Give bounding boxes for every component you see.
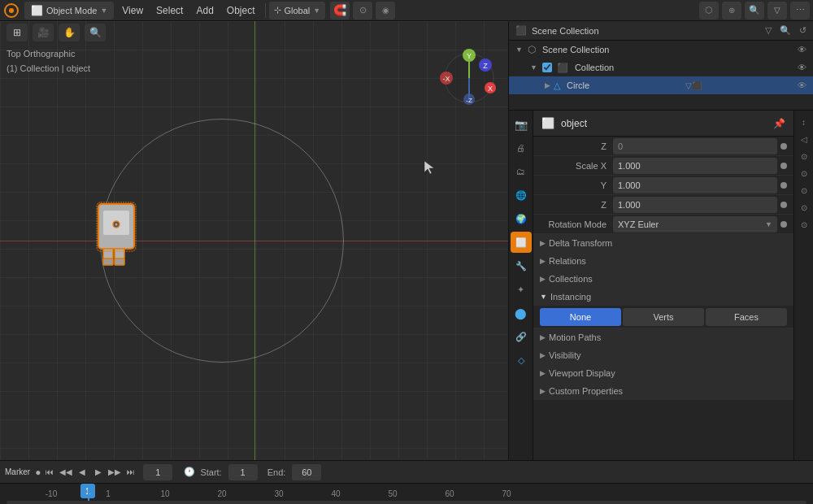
rotation-mode-label: Rotation Mode [540,219,613,229]
prop-right-pin[interactable]: ↕ [796,114,812,130]
prev-keyframe-btn[interactable]: ◀◀ [59,465,73,480]
end-frame-field[interactable]: 60 [292,464,321,480]
scrubber-bar[interactable]: 1 -10 1 10 20 30 40 50 60 70 [0,483,813,504]
section-delta-transform[interactable]: ▶ Delta Transform [533,234,793,252]
svg-rect-8 [103,259,113,265]
scale-z-field[interactable]: 1.000 [613,197,777,213]
scene-icon: ⬡ [528,44,536,55]
editor-type-btn[interactable]: ⋯ [790,2,810,20]
location-z-row: Z 0 [533,137,793,156]
prop-tab-scene[interactable]: 🌐 [511,185,532,206]
scale-z-keyframe-dot[interactable] [780,202,787,208]
step-forward-btn[interactable]: ▶▶ [107,465,122,480]
circle-arrow: ▶ [545,81,550,89]
tick-30: 30 [250,489,307,498]
transform-orientation[interactable]: ⊹ Global ▼ [269,2,326,20]
filter-btn[interactable]: ▽ [767,2,787,20]
prop-right-dot3[interactable]: ⊙ [796,182,812,198]
z-keyframe-dot[interactable] [780,143,787,150]
collection-icon: ⬛ [557,63,568,73]
outliner-item-scene-collection[interactable]: ▼ ⬡ Scene Collection 👁 [509,41,813,59]
rotation-mode-select[interactable]: XYZ Euler ▼ [613,216,777,232]
prop-right-dot5[interactable]: ⊙ [796,216,812,232]
current-frame-display[interactable]: 1 [143,464,172,480]
scale-x-keyframe-dot[interactable] [780,163,787,169]
viewport[interactable]: ⊞ 🎥 ✋ 🔍 Top Orthographic (1) Collection … [0,21,508,460]
section-custom-properties[interactable]: ▶ Custom Properties [533,382,793,400]
rotation-mode-row: Rotation Mode XYZ Euler ▼ [533,215,793,234]
section-relations[interactable]: ▶ Relations [533,252,793,270]
z-value[interactable]: 0 [613,138,777,154]
mode-label: Object Mode [46,6,97,15]
section-visibility[interactable]: ▶ Visibility [533,346,793,364]
prop-right-dot1[interactable]: ⊙ [796,148,812,164]
scale-x-field[interactable]: 1.000 [613,158,777,174]
prop-tab-object[interactable]: ⬜ [511,232,532,253]
prop-right-dot4[interactable]: ⊙ [796,199,812,215]
mesh-circle-icon: △ [554,80,560,91]
visibility-label: Visibility [549,350,581,360]
blender-logo[interactable] [0,0,23,21]
scale-y-keyframe-dot[interactable] [780,182,787,189]
view-grid-btn[interactable]: ⊞ [7,24,28,41]
collection-visibility-checkbox[interactable] [542,63,552,72]
menu-add[interactable]: Add [189,0,220,21]
outliner-item-collection[interactable]: ▼ ⬛ Collection 👁 [509,59,813,76]
scene-eye-icon[interactable]: 👁 [798,45,806,54]
outliner-sync-icon[interactable]: ↺ [799,25,806,36]
scrubber-handle[interactable] [7,501,806,504]
prop-tab-particles[interactable]: ✦ [511,279,532,300]
viewport-overlay-btn[interactable]: ⬡ [699,2,719,20]
outliner-item-circle[interactable]: ▶ △ Circle ▽⬛ 👁 [509,76,813,94]
instancing-verts-btn[interactable]: Verts [623,308,704,326]
grab-btn[interactable]: ✋ [59,24,80,41]
prop-tab-physics[interactable]: ⬤ [511,302,532,324]
svg-rect-6 [103,249,113,259]
prop-tab-render[interactable]: 📷 [511,114,532,135]
custom-properties-label: Custom Properties [549,386,623,396]
scale-y-field[interactable]: 1.000 [613,177,777,193]
instancing-none-btn[interactable]: None [540,308,621,326]
collections-arrow: ▶ [540,275,546,283]
section-viewport-display[interactable]: ▶ Viewport Display [533,364,793,382]
instancing-faces-btn[interactable]: Faces [706,308,787,326]
nav-gizmo[interactable]: Y -Z -X Z X [437,46,502,111]
prop-right-dot2[interactable]: ⊙ [796,165,812,181]
prop-tab-constraints[interactable]: 🔗 [511,326,532,347]
pin-icon[interactable]: 📌 [773,118,785,129]
menu-select[interactable]: Select [150,0,189,21]
gizmo-toggle-btn[interactable]: ⊕ [722,2,741,20]
play-btn[interactable]: ▶ [91,465,106,480]
jump-end-btn[interactable]: ⏭ [124,465,138,480]
camera-view-btn[interactable]: 🎥 [33,24,54,41]
menu-object[interactable]: Object [220,0,262,21]
outliner-filter-icon[interactable]: ▽ [765,25,772,36]
transform-pivot-btn[interactable]: ◉ [376,2,395,20]
rotation-mode-dot[interactable] [780,221,787,228]
viewport-collection-label: (1) Collection | object [7,63,90,73]
search-btn[interactable]: 🔍 [745,2,764,20]
snap-magnet-btn[interactable]: 🧲 [330,2,350,20]
section-motion-paths[interactable]: ▶ Motion Paths [533,328,793,346]
prop-tab-output[interactable]: 🖨 [511,137,532,159]
section-instancing[interactable]: ▼ Instancing [533,288,793,306]
outliner-search-icon[interactable]: 🔍 [780,25,791,36]
object-icon: ⬜ [541,117,554,129]
jump-start-btn[interactable]: ⏮ [42,465,57,480]
start-frame-field[interactable]: 1 [228,464,258,480]
zoom-btn[interactable]: 🔍 [85,24,106,41]
prop-tab-data[interactable]: ◇ [511,350,532,371]
object-mode-selector[interactable]: ⬜ Object Mode ▼ [24,2,114,20]
properties-panel-container: 📷 🖨 🗂 🌐 🌍 ⬜ 🔧 ✦ ⬤ 🔗 ◇ ⬜ object 📌 [509,111,813,460]
prop-right-collapse[interactable]: ◁ [796,131,812,147]
prop-tab-world[interactable]: 🌍 [511,208,532,229]
collection-eye-icon[interactable]: 👁 [798,63,806,72]
circle-eye-icon[interactable]: 👁 [798,80,806,90]
step-back-btn[interactable]: ◀ [75,465,89,480]
prop-tab-view-layer[interactable]: 🗂 [511,161,532,182]
tick-20: 20 [193,489,250,498]
menu-view[interactable]: View [115,0,150,21]
section-collections[interactable]: ▶ Collections [533,270,793,288]
prop-tab-modifier[interactable]: 🔧 [511,255,532,276]
proportional-edit-btn[interactable]: ⊙ [353,2,372,20]
